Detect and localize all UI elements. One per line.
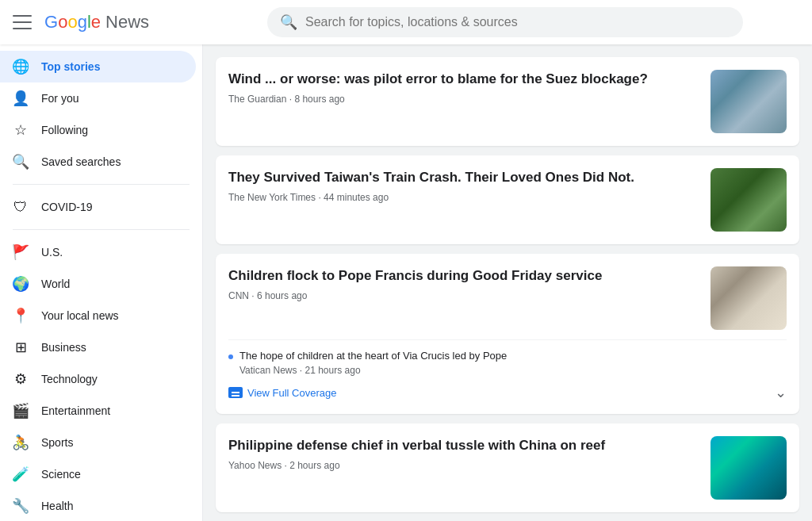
sidebar-label: Your local news xyxy=(41,309,119,322)
sidebar-item-entertainment[interactable]: 🎬 Entertainment xyxy=(0,395,196,427)
article-image xyxy=(710,266,787,330)
film-icon: 🎬 xyxy=(13,403,29,419)
sidebar-divider-2 xyxy=(13,229,190,230)
shield-icon: 🛡 xyxy=(13,199,29,215)
news-card-3[interactable]: Children flock to Pope Francis during Go… xyxy=(216,254,799,414)
sidebar-label: Health xyxy=(41,500,73,512)
article-source: CNN · 6 hours ago xyxy=(228,290,701,301)
sub-source-name: Vatican News xyxy=(239,365,297,376)
sub-article-time: 21 hours ago xyxy=(305,365,361,376)
sidebar-item-top-stories[interactable]: 🌐 Top stories xyxy=(0,51,196,82)
sidebar-label: Business xyxy=(41,341,86,354)
view-coverage-link[interactable]: View Full Coverage xyxy=(228,387,336,399)
coverage-icon xyxy=(228,387,243,398)
article-time: 8 hours ago xyxy=(294,94,344,105)
news-card-main: Philippine defense chief in verbal tussl… xyxy=(228,436,787,500)
article-title: Wind ... or worse: was pilot error to bl… xyxy=(228,70,701,89)
article-time: 44 minutes ago xyxy=(324,192,389,203)
logo-news-text: News xyxy=(105,12,149,33)
sidebar-label: Top stories xyxy=(41,60,100,73)
sidebar-label: U.S. xyxy=(41,246,63,259)
news-card-4[interactable]: Philippine defense chief in verbal tussl… xyxy=(216,423,799,512)
sports-icon: 🚴 xyxy=(13,435,29,450)
location-icon: 📍 xyxy=(13,308,29,324)
sidebar-label: World xyxy=(41,278,70,290)
sidebar-item-world[interactable]: 🌍 World xyxy=(0,268,196,300)
sub-source-sep: · xyxy=(300,365,305,376)
world-icon: 🌍 xyxy=(13,276,29,292)
bullet-dot xyxy=(228,354,233,359)
article-title: Children flock to Pope Francis during Go… xyxy=(228,266,701,285)
header-left: Google News xyxy=(13,12,211,33)
article-image xyxy=(710,436,787,500)
source-name: The Guardian xyxy=(228,94,286,105)
sub-article-source: Vatican News · 21 hours ago xyxy=(228,365,787,376)
star-icon: ☆ xyxy=(13,122,29,138)
sub-article-title: The hope of children at the heart of Via… xyxy=(239,350,507,362)
search-bar[interactable]: 🔍 xyxy=(267,7,743,37)
person-icon: 👤 xyxy=(13,90,29,106)
news-card-main: Children flock to Pope Francis during Go… xyxy=(228,266,787,330)
sidebar-item-local-news[interactable]: 📍 Your local news xyxy=(0,300,196,331)
main-container: 🌐 Top stories 👤 For you ☆ Following 🔍 Sa… xyxy=(0,44,812,521)
news-card-body: Wind ... or worse: was pilot error to bl… xyxy=(228,70,701,105)
news-card-2[interactable]: They Survived Taiwan's Train Crash. Thei… xyxy=(216,155,799,244)
sidebar-label: Sports xyxy=(41,436,73,449)
sub-article: The hope of children at the heart of Via… xyxy=(228,339,787,401)
news-card-1[interactable]: Wind ... or worse: was pilot error to bl… xyxy=(216,57,799,146)
source-separator: · xyxy=(251,290,257,301)
sidebar-label: Following xyxy=(41,124,88,136)
sidebar-item-science[interactable]: 🧪 Science xyxy=(0,458,196,490)
sidebar-item-covid19[interactable]: 🛡 COVID-19 xyxy=(0,191,196,223)
sidebar-label: For you xyxy=(41,92,79,105)
sidebar-item-for-you[interactable]: 👤 For you xyxy=(0,82,196,114)
article-source: Yahoo News · 2 hours ago xyxy=(228,460,701,471)
flag-icon: 🚩 xyxy=(13,244,29,260)
sidebar-label: Technology xyxy=(41,373,98,385)
sub-article-bullet: The hope of children at the heart of Via… xyxy=(228,350,787,362)
sidebar-label: COVID-19 xyxy=(41,201,93,213)
gear-icon: ⚙ xyxy=(13,371,29,387)
source-name: Yahoo News xyxy=(228,460,282,471)
sidebar-label: Science xyxy=(41,468,81,481)
article-source: The New York Times · 44 minutes ago xyxy=(228,192,701,203)
flask-icon: 🧪 xyxy=(13,466,29,482)
sidebar-item-technology[interactable]: ⚙ Technology xyxy=(0,363,196,395)
article-time: 2 hours ago xyxy=(289,460,339,471)
news-card-body: Children flock to Pope Francis during Go… xyxy=(228,266,701,301)
sidebar-item-saved-searches[interactable]: 🔍 Saved searches xyxy=(0,146,196,178)
sidebar-item-following[interactable]: ☆ Following xyxy=(0,114,196,146)
source-name: CNN xyxy=(228,290,249,301)
business-icon: ⊞ xyxy=(13,339,29,355)
sidebar-item-us[interactable]: 🚩 U.S. xyxy=(0,236,196,268)
news-card-main: They Survived Taiwan's Train Crash. Thei… xyxy=(228,168,787,232)
article-image xyxy=(710,70,787,133)
search-icon: 🔍 xyxy=(280,13,297,31)
menu-button[interactable] xyxy=(13,13,32,32)
content-area: Wind ... or worse: was pilot error to bl… xyxy=(203,44,812,521)
sidebar-item-health[interactable]: 🔧 Health xyxy=(0,490,196,521)
logo-google-text: Google xyxy=(44,12,101,33)
chevron-down-icon[interactable]: ⌄ xyxy=(775,384,787,401)
article-time: 6 hours ago xyxy=(257,290,307,301)
sidebar: 🌐 Top stories 👤 For you ☆ Following 🔍 Sa… xyxy=(0,44,203,521)
news-card-body: They Survived Taiwan's Train Crash. Thei… xyxy=(228,168,701,203)
source-name: The New York Times xyxy=(228,192,316,203)
health-icon: 🔧 xyxy=(13,498,29,514)
sidebar-item-business[interactable]: ⊞ Business xyxy=(0,331,196,363)
search-icon: 🔍 xyxy=(13,154,29,170)
sidebar-item-sports[interactable]: 🚴 Sports xyxy=(0,427,196,458)
app-logo: Google News xyxy=(44,12,149,33)
sidebar-divider xyxy=(13,184,190,185)
sidebar-label: Saved searches xyxy=(41,155,121,168)
sidebar-label: Entertainment xyxy=(41,404,110,417)
article-title: Philippine defense chief in verbal tussl… xyxy=(228,436,701,455)
article-image xyxy=(710,168,787,232)
view-coverage: View Full Coverage ⌄ xyxy=(228,384,787,401)
article-source: The Guardian · 8 hours ago xyxy=(228,94,701,105)
news-card-main: Wind ... or worse: was pilot error to bl… xyxy=(228,70,787,133)
article-title: They Survived Taiwan's Train Crash. Thei… xyxy=(228,168,701,187)
view-coverage-label: View Full Coverage xyxy=(247,387,336,399)
news-card-body: Philippine defense chief in verbal tussl… xyxy=(228,436,701,471)
search-input[interactable] xyxy=(305,15,730,29)
